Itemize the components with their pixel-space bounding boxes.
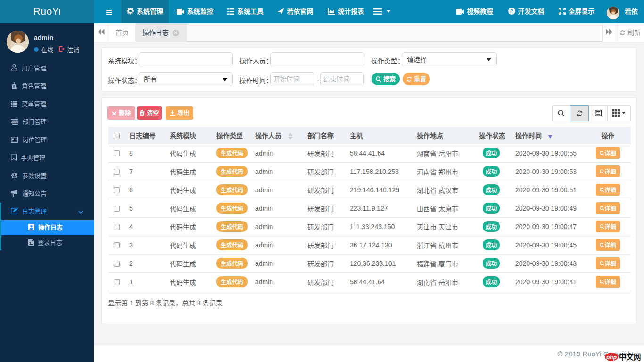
svg-text:php: php: [606, 354, 617, 361]
svg-text:中文网: 中文网: [619, 353, 641, 361]
